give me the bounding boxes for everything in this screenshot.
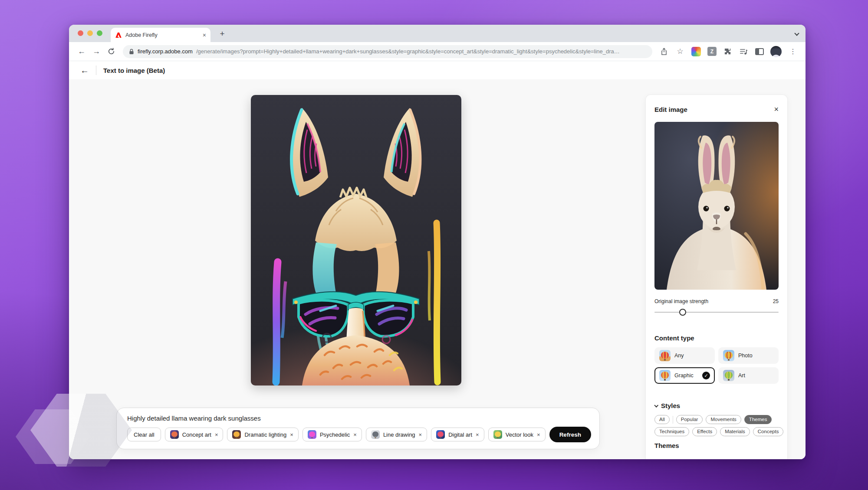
balloon-art-icon	[723, 370, 734, 381]
style-chip-dramatic-lighting[interactable]: Dramatic lighting ×	[227, 428, 298, 441]
panel-close-icon[interactable]: ×	[774, 105, 779, 113]
themes-subheading: Themes	[654, 442, 779, 449]
content-type-any[interactable]: Any	[654, 347, 715, 364]
side-panel-icon[interactable]	[755, 48, 764, 55]
style-chip-vector-look[interactable]: Vector look ×	[488, 428, 546, 441]
url-domain: firefly.corp.adobe.com	[138, 48, 193, 55]
slider-knob[interactable]	[679, 309, 686, 316]
content-type-photo[interactable]: Photo	[718, 347, 779, 364]
toolbar-icons: ☆ Z ⋮	[658, 46, 799, 57]
filter-themes[interactable]: Themes	[744, 415, 772, 424]
balloon-photo-icon	[723, 350, 734, 361]
style-thumb-icon	[371, 430, 380, 439]
strength-label: Original image strength	[654, 298, 708, 304]
share-icon[interactable]	[659, 47, 669, 56]
original-image-thumbnail	[654, 122, 779, 290]
tab-adobe-firefly[interactable]: Adobe Firefly ×	[111, 28, 210, 42]
content-type-grid: Any Photo Graphic ✓	[654, 347, 779, 384]
filter-divider	[673, 416, 673, 424]
check-icon: ✓	[702, 372, 710, 379]
window-controls	[78, 30, 102, 36]
profile-avatar[interactable]	[770, 46, 782, 57]
strength-value: 25	[773, 298, 779, 304]
minimize-window-button[interactable]	[87, 30, 93, 36]
content-type-heading: Content type	[654, 334, 779, 342]
tab-title: Adobe Firefly	[125, 32, 199, 38]
remove-icon[interactable]: ×	[353, 432, 357, 438]
generated-image[interactable]	[251, 95, 461, 385]
adobe-favicon-icon	[115, 32, 122, 39]
style-chip-psychedelic[interactable]: Psychedelic ×	[302, 428, 362, 441]
style-chip-line-drawing[interactable]: Line drawing ×	[366, 428, 427, 441]
page-content: Edit image ×	[69, 79, 806, 459]
page-title: Text to image (Beta)	[103, 67, 165, 74]
browser-forward-icon[interactable]: →	[90, 45, 103, 58]
page-header: ← Text to image (Beta)	[69, 61, 806, 79]
prompt-bar: Highly detailed llama wearing dark sungl…	[116, 408, 600, 449]
balloon-graphic-icon	[659, 370, 671, 381]
header-divider	[96, 65, 96, 75]
extensions-puzzle-icon[interactable]	[723, 47, 733, 56]
browser-window: Adobe Firefly × + ← → firefly.corp.adobe…	[69, 25, 806, 459]
style-thumb-icon	[232, 430, 241, 439]
browser-toolbar: ← → firefly.corp.adobe.com/generate/imag…	[69, 42, 806, 61]
page-back-icon[interactable]: ←	[80, 65, 89, 75]
lock-icon	[129, 49, 134, 55]
panel-title: Edit image	[654, 106, 687, 113]
filter-movements[interactable]: Movements	[706, 415, 741, 424]
style-chip-digital-art[interactable]: Digital art ×	[431, 428, 484, 441]
style-thumb-icon	[308, 430, 316, 439]
filter-effects[interactable]: Effects	[692, 427, 717, 436]
kebab-menu-icon[interactable]: ⋮	[788, 47, 798, 56]
tab-search-chevron-icon[interactable]	[795, 29, 799, 37]
style-filters: All Popular Movements Themes Techniques …	[654, 415, 779, 436]
tab-strip: Adobe Firefly × +	[69, 25, 806, 42]
prompt-input[interactable]: Highly detailed llama wearing dark sungl…	[127, 415, 589, 422]
reload-icon[interactable]	[105, 45, 118, 58]
creative-cloud-extension-icon[interactable]	[691, 47, 701, 56]
chevron-down-icon[interactable]	[654, 403, 658, 408]
playlist-icon[interactable]	[739, 47, 749, 56]
close-window-button[interactable]	[78, 30, 83, 36]
styles-heading[interactable]: Styles	[661, 402, 680, 409]
zoom-window-button[interactable]	[97, 30, 102, 36]
style-chip-row: Clear all Concept art × Dramatic lightin…	[127, 427, 589, 442]
style-thumb-icon	[170, 430, 179, 439]
filter-popular[interactable]: Popular	[676, 415, 703, 424]
filter-all[interactable]: All	[654, 415, 670, 424]
new-tab-button[interactable]: +	[217, 28, 228, 39]
tab-close-icon[interactable]: ×	[203, 32, 206, 38]
style-chip-concept-art[interactable]: Concept art ×	[165, 428, 224, 441]
remove-icon[interactable]: ×	[537, 432, 540, 438]
remove-icon[interactable]: ×	[290, 432, 293, 438]
remove-icon[interactable]: ×	[215, 432, 218, 438]
content-type-art[interactable]: Art	[718, 367, 779, 384]
bookmark-star-icon[interactable]: ☆	[675, 47, 685, 56]
slider-track[interactable]	[654, 312, 779, 313]
refresh-button[interactable]: Refresh	[549, 427, 591, 442]
content-type-graphic[interactable]: Graphic ✓	[654, 367, 715, 384]
style-thumb-icon	[436, 430, 445, 439]
filter-concepts[interactable]: Concepts	[753, 427, 784, 436]
browser-back-icon[interactable]: ←	[75, 45, 88, 58]
z-extension-icon[interactable]: Z	[707, 47, 717, 56]
url-path: /generate/images?prompt=Highly+detailed+…	[196, 48, 620, 55]
clear-all-button[interactable]: Clear all	[127, 428, 161, 441]
remove-icon[interactable]: ×	[476, 432, 479, 438]
strength-slider[interactable]	[654, 308, 779, 316]
style-thumb-icon	[493, 430, 502, 439]
balloon-any-icon	[659, 350, 671, 361]
edit-image-panel: Edit image ×	[645, 95, 788, 459]
url-bar[interactable]: firefly.corp.adobe.com/generate/images?p…	[123, 45, 652, 58]
filter-materials[interactable]: Materials	[720, 427, 750, 436]
filter-techniques[interactable]: Techniques	[654, 427, 689, 436]
remove-icon[interactable]: ×	[419, 432, 422, 438]
